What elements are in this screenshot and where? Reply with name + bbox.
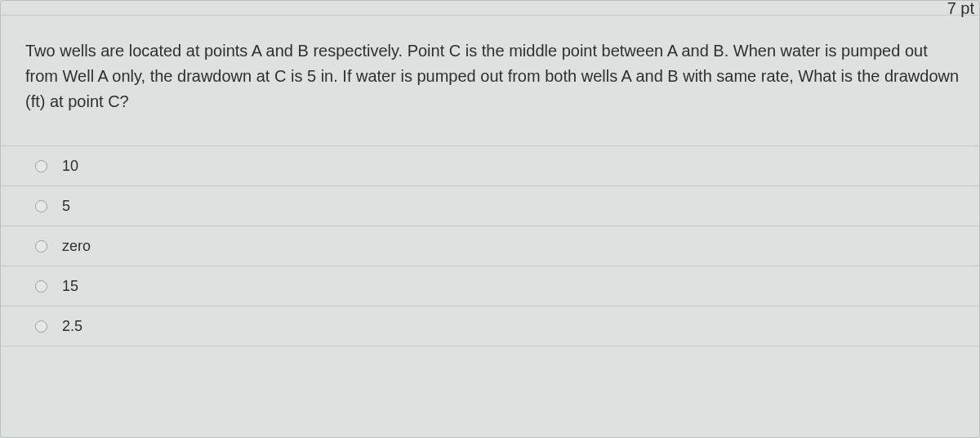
option-label: 10 — [62, 158, 979, 175]
question-card: 7 pt Two wells are located at points A a… — [0, 0, 980, 438]
question-text: Two wells are located at points A and B … — [1, 16, 979, 131]
radio-icon[interactable] — [35, 320, 47, 333]
radio-icon[interactable] — [35, 160, 47, 172]
points-label: 7 pt — [947, 0, 974, 18]
option-label: 5 — [62, 198, 979, 215]
option-label: 2.5 — [62, 318, 979, 335]
radio-icon[interactable] — [35, 280, 47, 293]
option-row[interactable]: 15 — [1, 266, 979, 306]
option-row[interactable]: 2.5 — [1, 306, 979, 346]
question-header: 7 pt — [1, 1, 979, 16]
radio-icon[interactable] — [35, 240, 47, 253]
option-label: 15 — [62, 278, 979, 295]
options-list: 10 5 zero 15 2.5 — [1, 145, 979, 346]
radio-icon[interactable] — [35, 200, 47, 212]
option-row[interactable]: 10 — [1, 146, 979, 186]
option-row[interactable]: zero — [1, 226, 979, 266]
option-row[interactable]: 5 — [1, 186, 979, 226]
option-label: zero — [62, 238, 979, 255]
